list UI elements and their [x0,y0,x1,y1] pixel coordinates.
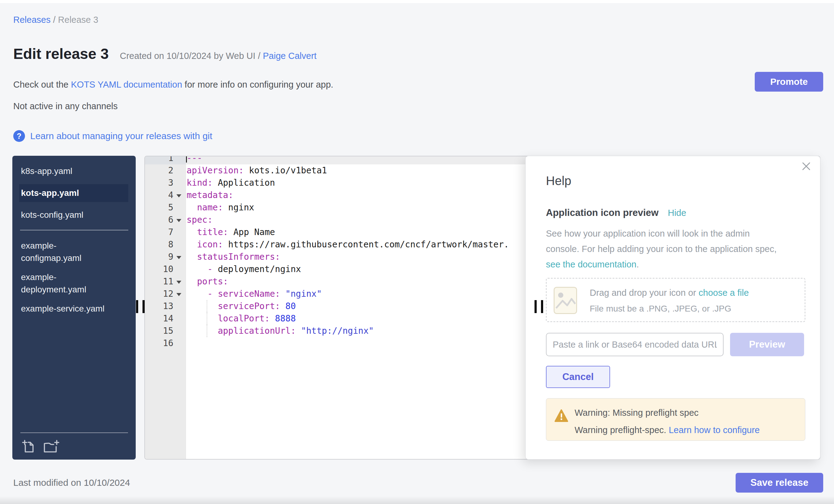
last-modified-text: Last modified on 10/10/2024 [13,478,130,488]
line-number: 10 [145,263,186,276]
icon-url-input[interactable] [546,333,724,356]
preview-button[interactable]: Preview [730,333,804,356]
dropzone-instruction: Drag and drop your icon or choose a file [590,288,749,298]
line-number: 15 [145,325,186,337]
line-number: 16 [145,337,186,349]
help-panel: Help Application icon preview Hide See h… [525,156,820,460]
fold-arrow-icon[interactable] [176,256,181,259]
sidebar-resize-handle[interactable] [136,300,145,313]
help-panel-resize-handle[interactable] [534,300,543,313]
breadcrumb: Releases / Release 3 [13,15,98,25]
line-number: 8 [145,238,186,251]
indent-guide [207,300,207,312]
line-number: 13 [145,300,186,312]
line-number: 7 [145,226,186,238]
image-placeholder-icon [553,287,577,314]
new-file-icon[interactable] [22,439,37,455]
icon-preview-description: See how your application icon will look … [546,226,777,272]
edit-release-page: Releases / Release 3 Edit release 3 Crea… [0,0,834,504]
file-item-example-configmap.yaml[interactable]: example-configmap.yaml [21,240,128,264]
file-item-example-service.yaml[interactable]: example-service.yaml [21,303,128,315]
doc-hint-line: Check out the KOTS YAML documentation fo… [13,80,333,90]
question-mark-icon: ? [13,130,25,142]
learn-how-to-configure-link[interactable]: Learn how to configure [669,425,760,435]
dropzone-file-types: File must be a .PNG, .JPEG, or .JPG [590,304,731,314]
line-number: 5 [145,201,186,214]
file-item-kots-app.yaml[interactable]: kots-app.yaml [19,184,128,202]
fold-arrow-icon[interactable] [176,281,181,284]
indent-guide [207,325,207,337]
page-title: Edit release 3 [13,45,109,63]
choose-file-link[interactable]: choose a file [699,288,749,298]
fold-arrow-icon[interactable] [176,194,181,197]
warning-title: Warning: Missing preflight spec [575,408,699,418]
icon-preview-section: Application icon preview Hide [546,207,686,218]
cancel-button[interactable]: Cancel [546,366,610,388]
fold-arrow-icon[interactable] [176,293,181,296]
line-number: 2 [145,165,186,177]
help-panel-title: Help [546,174,571,188]
file-item-example-deployment.yaml[interactable]: example-deployment.yaml [21,271,128,296]
indent-guide [207,312,207,325]
sidebar-bottom-divider [20,433,128,433]
file-list: k8s-app.yamlkots-app.yamlkots-config.yam… [21,165,128,315]
author-link[interactable]: Paige Calvert [263,51,316,61]
fold-arrow-icon[interactable] [176,219,181,222]
git-help-link[interactable]: ? Learn about managing your releases wit… [13,130,212,142]
kots-yaml-docs-link[interactable]: KOTS YAML documentation [71,80,182,89]
sidebar-actions [22,439,61,455]
text-cursor [186,156,187,162]
new-folder-icon[interactable] [43,439,61,455]
title-row: Edit release 3 Created on 10/10/2024 by … [13,45,316,63]
sidebar-divider [20,230,128,231]
preflight-warning: Warning: Missing preflight spec Warning … [546,398,805,441]
line-number: 1 [145,156,186,165]
save-release-button[interactable]: Save release [736,473,823,492]
git-help-label: Learn about managing your releases with … [30,131,212,141]
file-item-kots-config.yaml[interactable]: kots-config.yaml [21,209,128,221]
icon-dropzone[interactable]: Drag and drop your icon or choose a file… [546,278,805,322]
file-item-k8s-app.yaml[interactable]: k8s-app.yaml [21,165,128,177]
file-sidebar: k8s-app.yamlkots-app.yamlkots-config.yam… [12,156,136,460]
close-icon[interactable] [801,161,811,172]
line-number: 3 [145,177,186,189]
warning-triangle-icon [554,409,568,422]
breadcrumb-releases-link[interactable]: Releases [13,15,50,25]
line-number: 14 [145,312,186,325]
promote-button[interactable]: Promote [755,72,823,92]
warning-detail: Warning preflight-spec. Learn how to con… [575,425,760,435]
hide-link[interactable]: Hide [668,208,686,218]
see-documentation-link[interactable]: see the documentation [546,259,636,269]
section-title: Application icon preview [546,207,659,218]
channel-status: Not active in any channels [13,101,118,111]
created-info: Created on 10/10/2024 by Web UI / Paige … [120,51,317,61]
